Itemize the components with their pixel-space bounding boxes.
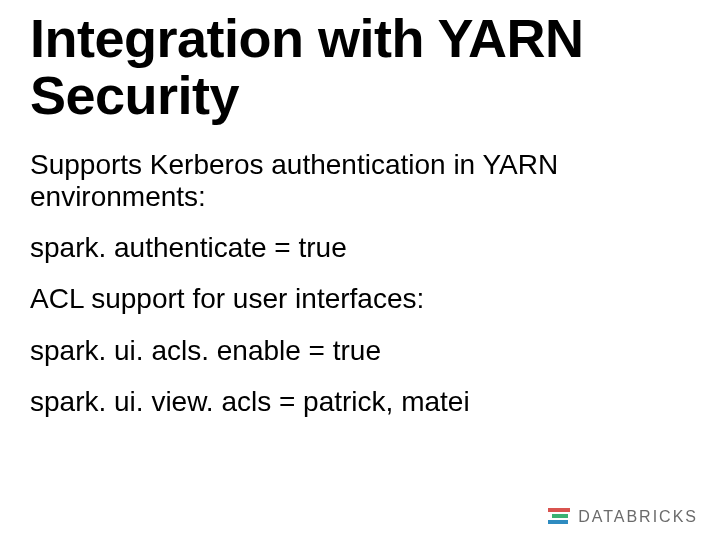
body-line: spark. ui. view. acls = patrick, matei: [30, 386, 690, 417]
body-line: spark. authenticate = true: [30, 232, 690, 263]
slide: Integration with YARN Security Supports …: [0, 0, 720, 540]
body-line: Supports Kerberos authentication in YARN…: [30, 149, 690, 212]
databricks-logo: DATABRICKS: [548, 508, 698, 526]
databricks-logo-icon: [548, 508, 570, 526]
body-line: ACL support for user interfaces:: [30, 283, 690, 314]
databricks-logo-text: DATABRICKS: [578, 508, 698, 526]
slide-body: Supports Kerberos authentication in YARN…: [30, 149, 690, 417]
slide-title: Integration with YARN Security: [30, 10, 690, 123]
body-line: spark. ui. acls. enable = true: [30, 335, 690, 366]
